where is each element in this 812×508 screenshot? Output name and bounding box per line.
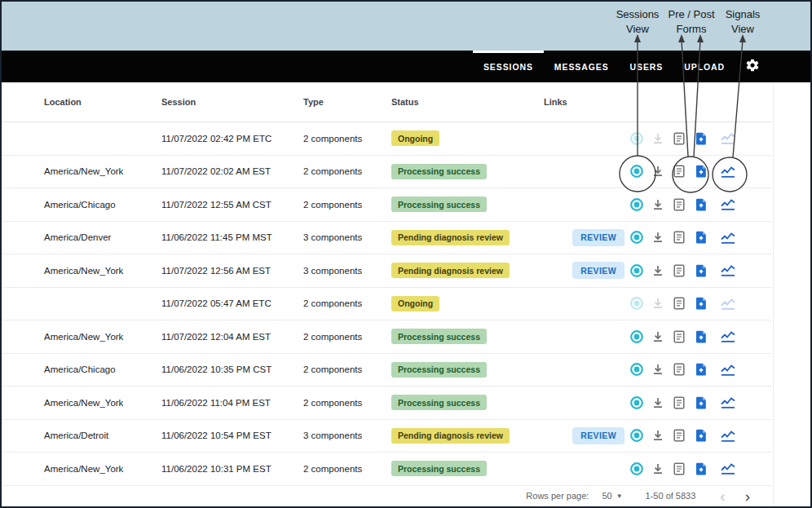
cell-status: Processing success	[391, 164, 540, 179]
signals-view-icon[interactable]	[712, 297, 744, 311]
status-badge: Pending diagnosis review	[391, 230, 510, 245]
cell-status: Pending diagnosis review	[391, 428, 540, 444]
pre-form-icon[interactable]	[669, 462, 690, 475]
download-icon[interactable]	[647, 429, 669, 442]
session-view-icon[interactable]	[626, 296, 647, 311]
post-form-icon[interactable]	[690, 396, 712, 409]
signals-view-icon[interactable]	[712, 263, 744, 277]
post-form-icon[interactable]	[690, 363, 712, 376]
signals-view-icon[interactable]	[712, 165, 744, 179]
pre-form-icon[interactable]	[669, 132, 690, 145]
pre-form-icon[interactable]	[669, 297, 690, 310]
cell-session: 11/06/2022 10:35 PM CST	[161, 364, 303, 374]
signals-view-icon[interactable]	[712, 363, 744, 377]
cell-location: America/New_York	[2, 166, 161, 176]
post-form-icon[interactable]	[690, 132, 712, 145]
status-badge: Processing success	[391, 395, 487, 410]
pre-form-icon[interactable]	[669, 363, 690, 376]
cell-actions	[626, 164, 744, 179]
cell-type: 2 components	[303, 464, 391, 474]
download-icon[interactable]	[647, 297, 669, 310]
rows-per-page-value: 50	[602, 491, 611, 501]
session-view-icon[interactable]	[626, 131, 647, 146]
cell-session: 11/06/2022 10:54 PM EST	[161, 431, 303, 440]
post-form-icon[interactable]	[690, 231, 712, 244]
post-form-icon[interactable]	[690, 264, 712, 277]
nav-item-messages[interactable]: MESSAGES	[544, 51, 620, 82]
download-icon[interactable]	[647, 264, 669, 277]
cell-type: 2 components	[303, 398, 391, 408]
pre-form-icon[interactable]	[669, 396, 690, 409]
post-form-icon[interactable]	[690, 297, 712, 310]
session-view-icon[interactable]	[626, 197, 647, 212]
session-view-icon[interactable]	[626, 395, 647, 410]
session-view-icon[interactable]	[626, 164, 647, 179]
cell-session: 11/07/2022 02:42 PM ETC	[161, 134, 303, 144]
pre-form-icon[interactable]	[669, 264, 690, 277]
post-form-icon[interactable]	[690, 429, 712, 442]
post-form-icon[interactable]	[690, 330, 712, 343]
top-navbar: SESSIONSMESSAGESUSERSUPLOAD	[2, 51, 810, 82]
cell-type: 2 components	[303, 332, 391, 342]
session-view-icon[interactable]	[626, 230, 647, 245]
status-badge: Processing success	[391, 461, 487, 476]
nav-item-users[interactable]: USERS	[620, 51, 674, 82]
download-icon[interactable]	[647, 396, 669, 409]
signals-view-icon[interactable]	[712, 329, 744, 343]
cell-actions	[626, 329, 744, 344]
signals-view-icon[interactable]	[712, 231, 744, 245]
session-view-icon[interactable]	[626, 462, 647, 476]
cell-actions	[626, 197, 744, 212]
download-icon[interactable]	[647, 363, 669, 376]
settings-button[interactable]	[745, 58, 760, 76]
rows-per-page-select[interactable]: 50 ▼	[602, 491, 622, 501]
post-form-icon[interactable]	[690, 198, 712, 211]
nav-item-upload[interactable]: UPLOAD	[673, 51, 735, 82]
post-form-icon[interactable]	[690, 462, 712, 475]
session-view-icon[interactable]	[626, 428, 647, 443]
signals-view-icon[interactable]	[712, 395, 744, 409]
nav-item-sessions[interactable]: SESSIONS	[473, 51, 544, 82]
cell-session: 11/07/2022 05:47 AM ETC	[161, 298, 303, 308]
cell-actions	[626, 131, 744, 146]
cell-type: 2 components	[303, 298, 391, 308]
cell-type: 3 components	[303, 431, 391, 440]
download-icon[interactable]	[647, 231, 669, 244]
signals-view-icon[interactable]	[712, 429, 744, 443]
annotation-text: Forms	[677, 23, 707, 35]
cell-type: 2 components	[303, 200, 391, 210]
pre-form-icon[interactable]	[669, 165, 690, 178]
download-icon[interactable]	[647, 132, 669, 145]
table-footer: Rows per page: 50 ▼ 1-50 of 5833 ‹ ›	[2, 486, 771, 506]
next-page-button[interactable]: ›	[745, 488, 750, 504]
pre-form-icon[interactable]	[669, 198, 690, 211]
table-row: America/Denver 11/06/2022 11:45 PM MST 3…	[2, 222, 771, 255]
annotation-text: Signals	[726, 8, 761, 20]
signals-view-icon[interactable]	[712, 462, 744, 475]
session-view-icon[interactable]	[626, 263, 647, 278]
table-row: America/New_York 11/07/2022 12:56 AM EST…	[2, 254, 771, 288]
review-link[interactable]: REVIEW	[572, 262, 624, 279]
post-form-icon[interactable]	[690, 165, 712, 178]
cell-links: REVIEW	[540, 229, 626, 246]
signals-view-icon[interactable]	[712, 131, 744, 145]
review-link[interactable]: REVIEW	[572, 229, 624, 246]
download-icon[interactable]	[647, 330, 669, 343]
download-icon[interactable]	[647, 198, 669, 211]
download-icon[interactable]	[647, 165, 669, 178]
pre-form-icon[interactable]	[669, 330, 690, 343]
session-view-icon[interactable]	[626, 329, 647, 344]
cell-location: America/New_York	[2, 266, 161, 276]
pre-form-icon[interactable]	[669, 231, 690, 244]
status-badge: Processing success	[391, 362, 487, 378]
previous-page-button[interactable]: ‹	[720, 488, 725, 504]
download-icon[interactable]	[647, 462, 669, 475]
review-link[interactable]: REVIEW	[572, 427, 624, 444]
pre-form-icon[interactable]	[669, 429, 690, 442]
table-row: America/New_York 11/06/2022 10:31 PM EST…	[2, 453, 771, 486]
gear-icon	[745, 58, 760, 76]
signals-view-icon[interactable]	[712, 197, 744, 211]
session-view-icon[interactable]	[626, 362, 647, 377]
table-row: America/Chicago 11/07/2022 12:55 AM CST …	[2, 188, 771, 222]
cell-session: 11/06/2022 10:31 PM EST	[161, 464, 303, 474]
